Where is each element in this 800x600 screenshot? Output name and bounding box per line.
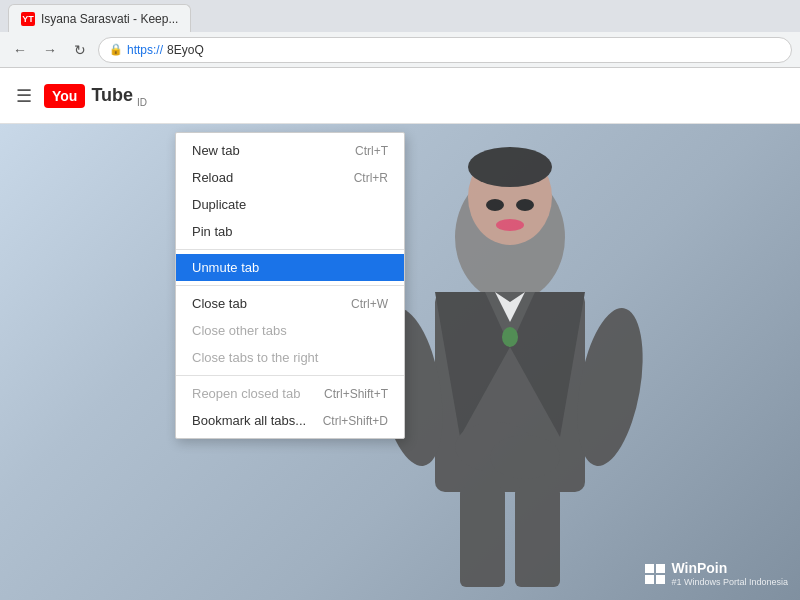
svg-point-14 xyxy=(516,199,534,211)
menu-item-close-tab[interactable]: Close tabCtrl+W xyxy=(176,290,404,317)
lock-icon: 🔒 xyxy=(109,43,123,56)
svg-rect-15 xyxy=(460,487,505,587)
address-text: https:// xyxy=(127,43,163,57)
tab-title: Isyana Sarasvati - Keep... xyxy=(41,12,178,26)
menu-item-shortcut: Ctrl+T xyxy=(355,144,388,158)
menu-item-label: Unmute tab xyxy=(192,260,259,275)
menu-item-label: Pin tab xyxy=(192,224,232,239)
svg-point-12 xyxy=(496,219,524,231)
menu-item-label: Close tab xyxy=(192,296,247,311)
menu-item-reopen-closed-tab: Reopen closed tabCtrl+Shift+T xyxy=(176,380,404,407)
menu-item-label: Duplicate xyxy=(192,197,246,212)
menu-item-label: Reopen closed tab xyxy=(192,386,300,401)
menu-item-label: New tab xyxy=(192,143,240,158)
yt-logo-text: Tube xyxy=(91,85,133,106)
address-bar[interactable]: 🔒 https:// 8EyoQ xyxy=(98,37,792,63)
menu-item-new-tab[interactable]: New tabCtrl+T xyxy=(176,137,404,164)
yt-header: ☰ YouTubeID xyxy=(0,68,800,124)
menu-item-duplicate[interactable]: Duplicate xyxy=(176,191,404,218)
menu-item-label: Close tabs to the right xyxy=(192,350,318,365)
page-content: WinPoin #1 Windows Portal Indonesia New … xyxy=(0,124,800,600)
svg-point-13 xyxy=(486,199,504,211)
menu-divider xyxy=(176,375,404,376)
menu-item-shortcut: Ctrl+Shift+T xyxy=(324,387,388,401)
menu-item-bookmark-all-tabs[interactable]: Bookmark all tabs...Ctrl+Shift+D xyxy=(176,407,404,434)
menu-item-unmute-tab[interactable]: Unmute tab xyxy=(176,254,404,281)
title-bar: YT Isyana Sarasvati - Keep... xyxy=(0,0,800,32)
watermark: WinPoin #1 Windows Portal Indonesia xyxy=(645,560,788,588)
menu-item-close-other-tabs: Close other tabs xyxy=(176,317,404,344)
win-logo-icon xyxy=(645,564,665,584)
menu-item-reload[interactable]: ReloadCtrl+R xyxy=(176,164,404,191)
context-menu: New tabCtrl+TReloadCtrl+RDuplicatePin ta… xyxy=(175,132,405,439)
menu-divider xyxy=(176,249,404,250)
svg-rect-16 xyxy=(515,487,560,587)
menu-item-close-tabs-right: Close tabs to the right xyxy=(176,344,404,371)
menu-item-shortcut: Ctrl+Shift+D xyxy=(323,414,388,428)
svg-point-7 xyxy=(502,327,518,347)
menu-item-label: Reload xyxy=(192,170,233,185)
yt-logo-red: You xyxy=(44,84,85,108)
svg-point-11 xyxy=(490,435,560,479)
watermark-name: WinPoin xyxy=(671,560,788,577)
menu-item-label: Close other tabs xyxy=(192,323,287,338)
reload-button[interactable]: ↻ xyxy=(68,38,92,62)
svg-point-2 xyxy=(468,147,552,187)
back-button[interactable]: ← xyxy=(8,38,32,62)
address-suffix: 8EyoQ xyxy=(167,43,204,57)
forward-button[interactable]: → xyxy=(38,38,62,62)
browser-tab[interactable]: YT Isyana Sarasvati - Keep... xyxy=(8,4,191,32)
toolbar: ← → ↻ 🔒 https:// 8EyoQ xyxy=(0,32,800,68)
yt-logo: YouTubeID xyxy=(44,84,147,108)
tab-favicon: YT xyxy=(21,12,35,26)
menu-divider xyxy=(176,285,404,286)
menu-item-shortcut: Ctrl+W xyxy=(351,297,388,311)
watermark-subtitle: #1 Windows Portal Indonesia xyxy=(671,577,788,588)
menu-item-pin-tab[interactable]: Pin tab xyxy=(176,218,404,245)
hamburger-icon[interactable]: ☰ xyxy=(16,85,32,107)
menu-item-shortcut: Ctrl+R xyxy=(354,171,388,185)
yt-logo-id: ID xyxy=(137,97,147,108)
menu-item-label: Bookmark all tabs... xyxy=(192,413,306,428)
